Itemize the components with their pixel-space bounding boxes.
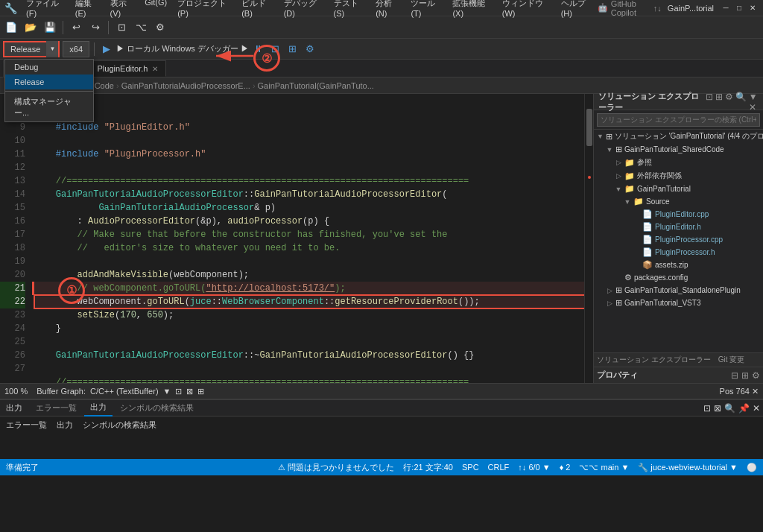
status-branch[interactable]: ⌥⌥ main ▼ [579, 463, 629, 472]
menu-project[interactable]: プロジェクト(P) [173, 0, 235, 19]
standalone-arrow: ▷ [606, 287, 613, 294]
redo-button[interactable]: ↪ [87, 19, 104, 36]
output-scroll-btn[interactable]: ⊡ [703, 403, 711, 414]
status-changes[interactable]: ♦ 2 [560, 463, 571, 472]
tab-error-list[interactable]: エラー一覧 [30, 400, 83, 417]
sep-1 [63, 21, 63, 34]
tree-item-vst3[interactable]: ▷ ⊞ GainPanTutorial_VST3 [594, 297, 763, 309]
solution-explorer-button[interactable]: ⊡ [113, 19, 130, 36]
tab-output[interactable]: 出力 [84, 400, 113, 417]
maximize-button[interactable]: □ [733, 2, 745, 14]
close-button[interactable]: ✕ [747, 2, 759, 14]
cursor-position: Pos 764 ✕ [720, 387, 759, 396]
menu-extensions[interactable]: 拡張機能(X) [448, 0, 496, 19]
filepath-part3: GainPanTutorial(GainPanTuto... [258, 81, 374, 90]
release-dropdown[interactable]: Release ▼ Debug Release 構成マネージャー... [3, 41, 60, 57]
code-line-16: : AudioProcessorEditor(&p), audioProcess… [34, 215, 589, 228]
buffer-icon-2[interactable]: ⊠ [186, 387, 193, 396]
tree-item-sharedcode[interactable]: ▼ ⊞ GainPanTutorial_SharedCode [594, 143, 763, 156]
code-line-19 [34, 255, 589, 268]
menu-view[interactable]: 表示(V) [106, 0, 139, 19]
prop-icon-1[interactable]: ⊟ [731, 370, 738, 381]
vst3-icon: ⊞ [615, 298, 622, 308]
tab-close-h[interactable]: ✕ [152, 65, 158, 73]
undo-button[interactable]: ↩ [68, 19, 84, 36]
plugineditor-cpp-arrow [633, 211, 640, 218]
prop-icon-2[interactable]: ⊞ [741, 370, 749, 381]
tree-item-plugineditor-cpp[interactable]: 📄 PluginEditor.cpp [594, 208, 763, 221]
panel-icon-4[interactable]: 🔍 [735, 92, 747, 113]
menu-git[interactable]: Git(G) [140, 0, 171, 19]
status-git-branch[interactable]: ↑↓ 6/0 ▼ [518, 463, 550, 472]
tree-item-gainpan[interactable]: ▼ 📁 GainPanTutorial [594, 183, 763, 195]
new-file-button[interactable]: 📄 [3, 19, 19, 36]
save-button[interactable]: 💾 [42, 19, 58, 36]
menu-tools[interactable]: ツール(T) [406, 0, 446, 19]
scroll-thumb[interactable] [586, 109, 592, 146]
menu-window[interactable]: ウィンドウ(W) [498, 0, 555, 19]
status-crlf: CRLF [488, 463, 510, 472]
tree-item-references[interactable]: ▷ 📁 参照 [594, 156, 763, 169]
minimize-button[interactable]: ─ [720, 2, 732, 14]
release-option[interactable]: Release [5, 75, 93, 89]
gainpan-icon: 📁 [624, 184, 635, 194]
properties-button[interactable]: ⚙ [152, 19, 168, 36]
solution-search-input[interactable] [597, 113, 760, 127]
output-pin-btn[interactable]: 📌 [738, 403, 750, 414]
git-button[interactable]: ⌥ [133, 19, 149, 36]
menu-test[interactable]: テスト(S) [329, 0, 370, 19]
buffer-icon-3[interactable]: ⊞ [197, 387, 204, 396]
tree-item-solution[interactable]: ▼ ⊞ ソリューション 'GainPanTutorial' (4/4 のプロジ.… [594, 130, 763, 143]
release-arrow-button[interactable]: ▼ [46, 41, 58, 57]
debug-config-button[interactable]: ⚙ [303, 42, 317, 57]
debug-option[interactable]: Debug [5, 60, 93, 75]
panel-icon-2[interactable]: ⊞ [715, 92, 723, 113]
tree-item-external-deps[interactable]: ▷ 📁 外部依存関係 [594, 169, 763, 183]
tree-item-pluginprocessor-cpp[interactable]: 📄 PluginProcessor.cpp [594, 233, 763, 246]
panel-icon-5[interactable]: ▼ ✕ [749, 92, 759, 113]
tree-item-standalone[interactable]: ▷ ⊞ GainPanTutorial_StandalonePlugin [594, 284, 763, 297]
tree-item-source[interactable]: ▼ 📁 Source [594, 195, 763, 208]
prop-icon-3[interactable]: ⚙ [752, 370, 760, 381]
tree-item-packages[interactable]: ⚙ packages.config [594, 271, 763, 284]
panel-icon-3[interactable]: ⚙ [725, 92, 733, 113]
tree-item-pluginprocessor-h[interactable]: 📄 PluginProcessor.h [594, 246, 763, 259]
vertical-scrollbar[interactable] [584, 94, 593, 383]
code-line-13: //======================================… [34, 174, 589, 188]
output-close-btn[interactable]: ✕ [753, 403, 760, 414]
step-in-button[interactable]: ⊡ [268, 42, 283, 57]
start-debug-button[interactable]: ▶ [99, 42, 114, 57]
properties-title: プロパティ [597, 370, 638, 381]
pluginprocessor-h-icon: 📄 [642, 247, 653, 257]
menu-debug[interactable]: デバッグ(D) [279, 0, 328, 19]
output-find-btn[interactable]: 🔍 [724, 403, 735, 414]
tree-item-assets[interactable]: 📦 assets.zip [594, 259, 763, 271]
menu-edit[interactable]: 編集(E) [71, 0, 104, 19]
release-select-button[interactable]: Release [4, 43, 46, 55]
tab-plugineditor-h[interactable]: PluginEditor.h ✕ [89, 60, 167, 77]
output-panel-label: 出力 [3, 402, 25, 414]
code-line-14: GainPanTutorialAudioProcessorEditor::Gai… [34, 188, 589, 201]
panel-icon-1[interactable]: ⊡ [706, 92, 713, 113]
hot-reload-button[interactable]: ⊞ [285, 42, 300, 57]
output-clear-btn[interactable]: ⊠ [714, 403, 721, 414]
status-project[interactable]: 🔧 juce-webview-tutorial ▼ [638, 463, 738, 472]
buffer-icon-1[interactable]: ⊡ [175, 387, 182, 396]
sep-2 [108, 21, 109, 34]
buffer-arrow[interactable]: ▼ [163, 387, 171, 396]
menu-build[interactable]: ビルド(B) [237, 0, 278, 19]
step-over-button[interactable]: ⏸ [251, 42, 266, 57]
tree-item-plugineditor-h[interactable]: 📄 PluginEditor.h [594, 221, 763, 233]
buffer-lang: C/C++ (TextBuffer) [90, 387, 159, 396]
menu-help[interactable]: ヘルプ(H) [557, 0, 598, 19]
menu-file[interactable]: ファイル(F) [22, 0, 69, 19]
pluginprocessor-cpp-icon: 📄 [642, 235, 653, 244]
tab-symbol-search[interactable]: シンボルの検索結果 [114, 400, 200, 417]
x64-button[interactable]: x64 [63, 41, 89, 57]
vst3-label: GainPanTutorial_VST3 [624, 299, 700, 307]
menu-bar: ファイル(F) 編集(E) 表示(V) Git(G) プロジェクト(P) ビルド… [22, 0, 598, 19]
open-button[interactable]: 📂 [22, 19, 39, 36]
standalone-icon: ⊞ [615, 285, 622, 295]
config-manager-option[interactable]: 構成マネージャー... [5, 93, 93, 121]
menu-analysis[interactable]: 分析(N) [371, 0, 405, 19]
